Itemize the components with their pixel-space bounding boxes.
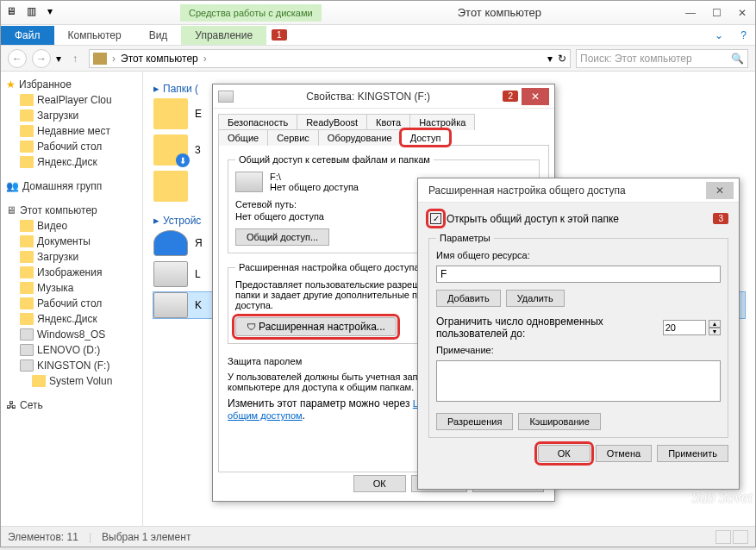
thispc-label: Этот компьютер [20,204,97,216]
share-checkbox-row: Открыть общий доступ к этой папке 3 [428,211,728,226]
drive-icon [218,91,234,103]
cloud-drive-icon [153,230,188,256]
view-tab[interactable]: Вид [135,26,182,45]
computer-tab[interactable]: Компьютер [54,26,135,45]
file-tab[interactable]: Файл [1,26,54,45]
item-count: Элементов: 11 [8,531,78,543]
props-ok-button[interactable]: ОК [353,475,406,492]
share-button[interactable]: Общий доступ... [235,228,329,246]
folder-icon [153,171,188,202]
adv-cancel-button[interactable]: Отмена [596,445,652,462]
sidebar-item[interactable]: Яндекс.Диск [1,154,142,170]
status-bar: Элементов: 11 | Выбран 1 элемент [1,526,755,547]
resname-input[interactable] [436,266,721,283]
tab-security[interactable]: Безопасность [218,114,297,130]
adv-ok-button[interactable]: ОК [538,445,590,462]
sidebar-item[interactable]: Загрузки [1,249,142,265]
details-view-icon[interactable] [715,530,731,544]
tab-strip: Безопасность ReadyBoost Квота Настройка … [218,114,549,145]
drive-icon [153,261,188,287]
adv-button-row: ОК Отмена Применить [428,445,728,462]
chevron-right-icon[interactable]: › [202,53,209,65]
params-group: Параметры Имя общего ресурса: Добавить У… [428,233,728,438]
caching-button[interactable]: Кэширование [518,413,600,430]
minimize-button[interactable]: — [678,3,703,22]
permissions-button[interactable]: Разрешения [436,413,513,430]
tab-sharing[interactable]: Доступ [401,129,451,146]
tab-general[interactable]: Общие [218,129,268,146]
sidebar-item[interactable]: Недавние мест [1,123,142,139]
adv-title: Расширенная настройка общего доступа [423,184,703,197]
help-icon[interactable]: ? [732,29,755,41]
sidebar-item[interactable]: RealPlayer Clou [1,92,142,108]
drive-icon [153,292,188,318]
params-legend: Параметры [436,233,494,243]
sidebar-item[interactable]: Рабочий стол [1,139,142,154]
resname-label: Имя общего ресурса: [436,250,721,260]
sidebar-item[interactable]: Музыка [1,280,142,296]
sidebar-item[interactable]: LENOVO (D:) [1,342,142,358]
tab-readyboost[interactable]: ReadyBoost [297,114,367,130]
address-dropdown-icon[interactable]: ▾ [547,53,553,65]
advanced-sharing-dialog: Расширенная настройка общего доступа ✕ О… [417,178,740,490]
sidebar-item[interactable]: Документы [1,234,142,249]
chevron-right-icon[interactable]: › [110,53,117,65]
advanced-share-button[interactable]: 🛡 Расширенная настройка... [235,317,397,336]
refresh-icon[interactable]: ↻ [558,53,566,65]
close-button[interactable]: ✕ [729,3,755,22]
recent-dropdown-icon[interactable]: ▾ [56,53,61,65]
pc-icon: 🖥 [6,5,22,21]
crumb-thispc[interactable]: Этот компьютер [117,53,202,65]
up-button[interactable]: ↑ [66,53,84,65]
network-header[interactable]: 🖧Сеть [1,397,142,413]
qat-props-icon[interactable]: ▥ [27,5,42,21]
dialog-close-button[interactable]: ✕ [522,88,549,105]
limit-label: Ограничить число одновременных пользоват… [436,316,634,340]
homegroup-header[interactable]: 👥Домашняя групп [1,178,142,194]
qat-dropdown-icon[interactable]: ▾ [47,5,63,21]
sidebar-item[interactable]: Видео [1,218,142,234]
nav-pane: ★Избранное RealPlayer Clou Загрузки Неда… [1,72,143,526]
adv-apply-button[interactable]: Применить [657,445,728,462]
icons-view-icon[interactable] [733,530,748,544]
sidebar-item[interactable]: Изображения [1,265,142,280]
add-button[interactable]: Добавить [436,290,501,307]
folder-icon [153,98,188,129]
limit-spinner[interactable]: ▲▼ [709,320,721,335]
view-switcher [715,530,748,544]
note-textarea[interactable] [436,360,721,402]
limit-input[interactable] [663,320,706,335]
manage-tab[interactable]: Управление [181,26,266,45]
adv-body: Открыть общий доступ к этой папке 3 Пара… [418,203,739,471]
adv-close-button[interactable]: ✕ [706,182,734,199]
badge-2: 2 [503,91,518,102]
share-checkbox[interactable] [430,213,441,224]
ribbon-expand-icon[interactable]: ⌄ [706,29,732,41]
address-box[interactable]: › Этот компьютер › ▾ ↻ [89,49,571,68]
favorites-label: Избранное [19,78,72,91]
sidebar-item[interactable]: KINGSTON (F:) [1,358,142,373]
title-bar: 🖥 ▥ ▾ Средства работы с дисками Этот ком… [1,1,755,25]
sidebar-item[interactable]: Рабочий стол [1,296,142,311]
maximize-button[interactable]: ☐ [703,3,729,22]
tab-service[interactable]: Сервис [267,129,319,146]
delete-button[interactable]: Удалить [506,290,565,307]
forward-button[interactable]: → [32,49,51,68]
search-input[interactable]: Поиск: Этот компьютер 🔍 [576,49,748,68]
dialog-title: Свойства: KINGSTON (F:) [239,91,497,103]
tab-quota[interactable]: Квота [366,114,410,130]
search-placeholder: Поиск: Этот компьютер [580,53,692,65]
pc-crumb-icon [93,53,107,65]
badge-3: 3 [713,213,728,224]
sidebar-item[interactable]: Windows8_OS [1,327,142,342]
tab-hardware[interactable]: Оборудование [318,129,402,146]
tab-settings[interactable]: Настройка [409,114,475,130]
favorites-header[interactable]: ★Избранное [1,77,142,92]
sidebar-item[interactable]: Загрузки [1,108,142,123]
thispc-header[interactable]: 🖥Этот компьютер [1,203,142,218]
drive-icon [235,172,263,192]
sidebar-item[interactable]: Яндекс.Диск [1,311,142,327]
back-button[interactable]: ← [8,49,27,68]
drive-path: F:\ [270,172,359,182]
sidebar-item[interactable]: System Volun [1,373,142,389]
